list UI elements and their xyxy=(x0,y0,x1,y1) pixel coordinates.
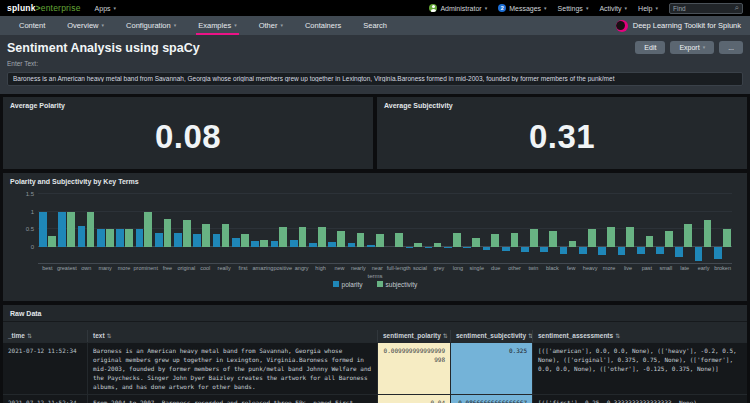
bar-polarity[interactable] xyxy=(714,247,722,259)
bar-polarity[interactable] xyxy=(540,247,548,252)
bar-subjectivity[interactable] xyxy=(704,220,712,246)
apps-menu[interactable]: Apps▾ xyxy=(95,5,116,12)
bar-polarity[interactable] xyxy=(560,247,568,254)
bar-polarity[interactable] xyxy=(675,247,683,258)
bar-polarity[interactable] xyxy=(174,233,182,246)
bar-polarity[interactable] xyxy=(136,229,144,247)
bar-subjectivity[interactable] xyxy=(67,212,75,247)
bar-polarity[interactable] xyxy=(328,242,336,247)
nav-item-search[interactable]: Search xyxy=(352,16,398,35)
bar-subjectivity[interactable] xyxy=(106,229,114,247)
nav-item-other[interactable]: Other▾ xyxy=(248,16,294,35)
bar-polarity[interactable] xyxy=(39,212,47,247)
bar-subjectivity[interactable] xyxy=(48,236,56,247)
bar-polarity[interactable] xyxy=(502,247,510,251)
legend-item-polarity[interactable]: polarity xyxy=(333,281,363,288)
column-header-sentiment_polarity[interactable]: sentiment_polarity⇅ xyxy=(377,330,450,342)
bar-polarity[interactable] xyxy=(78,226,86,247)
find-search-box[interactable]: ⌕ xyxy=(669,3,743,14)
bar-subjectivity[interactable] xyxy=(472,238,480,247)
bar-subjectivity[interactable] xyxy=(530,229,538,247)
bar-subjectivity[interactable] xyxy=(665,231,673,247)
bar-subjectivity[interactable] xyxy=(569,241,577,246)
bar-polarity[interactable] xyxy=(444,247,452,249)
bar-subjectivity[interactable] xyxy=(87,212,95,247)
column-header-sentiment_assessments[interactable]: sentiment_assessments⇅ xyxy=(532,330,747,342)
splunk-logo[interactable]: splunk>enterprise xyxy=(7,3,81,13)
edit-button[interactable]: Edit xyxy=(635,41,665,54)
column-header-sentiment_subjectivity[interactable]: sentiment_subjectivity⇅ xyxy=(450,330,532,342)
bar-polarity[interactable] xyxy=(193,234,201,246)
settings-menu[interactable]: Settings▾ xyxy=(558,5,589,12)
bar-subjectivity[interactable] xyxy=(318,227,326,246)
bar-subjectivity[interactable] xyxy=(414,243,422,247)
bar-subjectivity[interactable] xyxy=(183,220,191,246)
bar-polarity[interactable] xyxy=(116,229,124,247)
bar-subjectivity[interactable] xyxy=(684,224,692,247)
bar-polarity[interactable] xyxy=(579,247,587,254)
bar-subjectivity[interactable] xyxy=(607,227,615,246)
bar-subjectivity[interactable] xyxy=(222,224,230,247)
bar-subjectivity[interactable] xyxy=(125,229,133,247)
nav-item-containers[interactable]: Containers xyxy=(294,16,352,35)
bar-polarity[interactable] xyxy=(97,229,105,247)
bar-subjectivity[interactable] xyxy=(260,240,268,247)
bar-subjectivity[interactable] xyxy=(646,236,654,247)
bar-polarity[interactable] xyxy=(656,247,664,254)
bar-polarity[interactable] xyxy=(309,243,317,247)
x-tick-label: heavy xyxy=(581,265,600,271)
bar-polarity[interactable] xyxy=(348,243,356,247)
bar-polarity[interactable] xyxy=(618,247,626,256)
bar-polarity[interactable] xyxy=(251,241,259,246)
nav-item-examples[interactable]: Examples▾ xyxy=(187,16,247,35)
bar-polarity[interactable] xyxy=(213,234,221,246)
bar-subjectivity[interactable] xyxy=(337,231,345,247)
bar-subjectivity[interactable] xyxy=(144,212,152,247)
bar-polarity[interactable] xyxy=(463,247,471,249)
bar-polarity[interactable] xyxy=(232,238,240,247)
bar-subjectivity[interactable] xyxy=(549,231,557,247)
bar-polarity[interactable] xyxy=(155,233,163,247)
nav-item-configuration[interactable]: Configuration▾ xyxy=(115,16,187,35)
bar-polarity[interactable] xyxy=(425,247,433,249)
bar-subjectivity[interactable] xyxy=(241,234,249,246)
export-button[interactable]: Export▾ xyxy=(670,41,714,54)
bar-subjectivity[interactable] xyxy=(723,229,731,247)
nav-item-label: Content xyxy=(19,21,45,30)
bar-polarity[interactable] xyxy=(521,247,529,252)
help-menu[interactable]: Help▾ xyxy=(638,5,658,12)
bar-polarity[interactable] xyxy=(483,247,491,251)
bar-subjectivity[interactable] xyxy=(376,234,384,246)
administrator-menu[interactable]: Administrator▾ xyxy=(429,4,487,12)
bar-subjectivity[interactable] xyxy=(395,233,403,247)
find-input[interactable] xyxy=(673,5,735,12)
column-header-text[interactable]: text⇅ xyxy=(87,330,377,342)
nav-item-content[interactable]: Content xyxy=(8,16,56,35)
bar-subjectivity[interactable] xyxy=(588,229,596,247)
bar-subjectivity[interactable] xyxy=(626,227,634,246)
column-header-_time[interactable]: _time⇅ xyxy=(3,330,87,342)
bar-polarity[interactable] xyxy=(58,212,66,247)
bar-polarity[interactable] xyxy=(271,241,279,246)
bar-polarity[interactable] xyxy=(290,240,298,247)
legend-item-subjectivity[interactable]: subjectivity xyxy=(377,281,418,288)
bar-polarity[interactable] xyxy=(598,247,606,256)
bar-subjectivity[interactable] xyxy=(434,243,442,247)
bar-polarity[interactable] xyxy=(406,247,414,248)
bar-subjectivity[interactable] xyxy=(279,227,287,246)
activity-menu[interactable]: Activity▾ xyxy=(599,5,627,12)
bar-subjectivity[interactable] xyxy=(511,233,519,246)
bar-subjectivity[interactable] xyxy=(202,224,210,247)
bar-polarity[interactable] xyxy=(695,247,703,261)
bar-subjectivity[interactable] xyxy=(357,233,365,247)
enter-text-input[interactable] xyxy=(7,72,743,86)
messages-menu[interactable]: 2Messages▾ xyxy=(498,4,546,12)
bar-subjectivity[interactable] xyxy=(164,219,172,247)
bar-subjectivity[interactable] xyxy=(491,234,499,246)
nav-item-overview[interactable]: Overview▾ xyxy=(56,16,115,35)
bar-polarity[interactable] xyxy=(367,245,375,247)
bar-polarity[interactable] xyxy=(637,247,645,254)
bar-subjectivity[interactable] xyxy=(299,227,307,246)
more-actions-button[interactable]: ... xyxy=(719,41,743,54)
bar-subjectivity[interactable] xyxy=(453,233,461,247)
